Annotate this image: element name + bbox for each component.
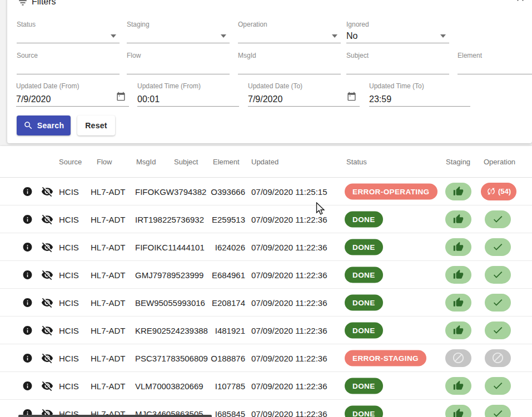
chevron-down-icon (440, 34, 446, 38)
thumb-up-icon (453, 186, 464, 197)
status-badge-wrap: DONE (345, 211, 383, 227)
cell-updated: 07/09/2020 11:22:36 (251, 325, 327, 335)
operation-retry-button[interactable]: (54) (481, 183, 516, 200)
field-label: Updated Time (To) (369, 82, 424, 90)
staging-action-button[interactable] (445, 183, 471, 200)
reset-button[interactable]: Reset (77, 115, 115, 135)
search-button[interactable]: Search (17, 115, 71, 135)
column-header-element: Element (213, 158, 240, 166)
operation-action-button[interactable] (485, 405, 511, 417)
column-header-source: Source (59, 158, 82, 166)
cell-msgid: VLM70003820669 (135, 381, 203, 390)
filter-date-from[interactable]: Updated Date (From) 7/9/2020 (16, 81, 129, 107)
check-icon (492, 324, 504, 336)
chevron-down-icon (332, 34, 337, 38)
cell-flow: HL7-ADT (91, 242, 126, 252)
cell-msgid: FIFOIKC11444101 (135, 242, 205, 252)
reset-button-label: Reset (85, 121, 107, 130)
row-ignore-button[interactable] (41, 269, 53, 281)
calendar-icon[interactable] (116, 92, 126, 103)
close-icon[interactable] (515, 0, 526, 6)
cell-source: HCIS (59, 325, 79, 335)
row-info-button[interactable] (22, 186, 33, 197)
row-info-button[interactable] (22, 380, 33, 391)
status-badge-wrap: ERROR-STAGING (345, 350, 426, 366)
horizontal-scrollbar-thumb[interactable] (18, 415, 212, 417)
filter-select-status[interactable]: Status (17, 18, 120, 43)
table-row: HCISHL7-ADTVLM70003820669I10778507/09/20… (0, 372, 532, 400)
operation-action-button[interactable] (485, 321, 511, 339)
field-value: 00:01 (137, 94, 160, 104)
staging-action-button[interactable] (445, 294, 471, 312)
filter-time-from[interactable]: Updated Time (From) 00:01 (137, 81, 239, 107)
row-ignore-button[interactable] (41, 352, 53, 364)
cell-element: E208174 (195, 298, 245, 307)
thumb-up-icon (453, 297, 464, 308)
row-ignore-button[interactable] (41, 185, 53, 198)
row-info-button[interactable] (22, 269, 33, 280)
filter-input-source[interactable]: Source (17, 49, 120, 74)
filter-select-ignored[interactable]: Ignored No (346, 18, 449, 43)
staging-action-button[interactable] (445, 377, 471, 395)
cell-flow: HL7-ADT (91, 270, 126, 279)
table-row: HCISHL7-ADTBEW95055993016E20817407/09/20… (0, 289, 532, 316)
operation-action-button[interactable] (485, 377, 511, 395)
row-ignore-button[interactable] (41, 324, 53, 336)
row-info-button[interactable] (22, 214, 33, 224)
staging-action-button[interactable] (445, 238, 471, 256)
eye-off-icon (41, 297, 53, 309)
column-header-staging: Staging (446, 158, 470, 166)
operation-action-button[interactable] (485, 266, 511, 284)
row-ignore-button[interactable] (41, 213, 53, 225)
info-icon (22, 242, 33, 252)
staging-action-button[interactable] (445, 321, 471, 339)
row-info-button[interactable] (22, 353, 33, 363)
cell-updated: 07/09/2020 11:22:36 (251, 409, 327, 417)
staging-action-button[interactable] (445, 405, 471, 417)
filter-select-operation[interactable]: Operation (238, 18, 341, 43)
table-header-row: Source Flow MsgId Subject Element Update… (0, 146, 532, 178)
field-value: 7/9/2020 (16, 94, 51, 104)
search-button-label: Search (37, 121, 64, 130)
cell-updated: 07/09/2020 11:22:36 (251, 381, 327, 390)
eye-off-icon (41, 269, 53, 281)
table-row: HCISHL7-ADTGMJ79789523999E68496107/09/20… (0, 261, 532, 289)
cell-source: HCIS (59, 242, 79, 252)
field-label: Element (458, 52, 482, 59)
field-label: Flow (127, 52, 141, 59)
field-label: Updated Date (To) (248, 82, 302, 90)
filter-date-to[interactable]: Updated Date (To) 7/9/2020 (248, 81, 360, 107)
row-info-button[interactable] (22, 297, 33, 308)
row-ignore-button[interactable] (41, 380, 53, 392)
staging-action-button[interactable] (445, 266, 471, 284)
row-ignore-button[interactable] (41, 241, 53, 253)
row-ignore-button[interactable] (41, 297, 53, 309)
filter-input-msgid[interactable]: MsgId (238, 49, 341, 74)
row-info-button[interactable] (22, 242, 33, 252)
thumb-up-icon (453, 242, 464, 252)
cell-updated: 07/09/2020 11:22:36 (251, 242, 327, 252)
eye-off-icon (41, 324, 53, 336)
filter-list-icon (18, 0, 28, 10)
calendar-icon[interactable] (347, 92, 356, 103)
field-label: Status (17, 21, 36, 28)
table-row: HCISHL7-ADTFIFOIKC11444101I62402607/09/2… (0, 233, 532, 261)
operation-action-button[interactable] (485, 238, 511, 256)
eye-off-icon (41, 241, 53, 253)
filters-title: Filters (32, 0, 56, 7)
filter-input-element[interactable]: Element (458, 49, 532, 74)
status-badge-wrap: DONE (345, 322, 383, 338)
staging-action-button[interactable] (445, 210, 471, 228)
operation-action-button[interactable] (485, 294, 511, 312)
field-label: Ignored (346, 21, 369, 28)
filter-input-flow[interactable]: Flow (127, 49, 230, 74)
operation-action-button[interactable] (485, 210, 511, 228)
filter-time-to[interactable]: Updated Time (To) 23:59 (369, 81, 470, 107)
block-icon (452, 351, 465, 364)
filter-select-staging[interactable]: Staging (127, 18, 230, 43)
cell-flow: HL7-ADT (91, 353, 126, 363)
filter-input-subject[interactable]: Subject (346, 49, 449, 74)
row-info-button[interactable] (22, 325, 33, 335)
column-header-updated: Updated (251, 158, 279, 166)
table-row: HCISHL7-ADTFIFOKGW3794382O39366607/09/20… (0, 178, 532, 205)
